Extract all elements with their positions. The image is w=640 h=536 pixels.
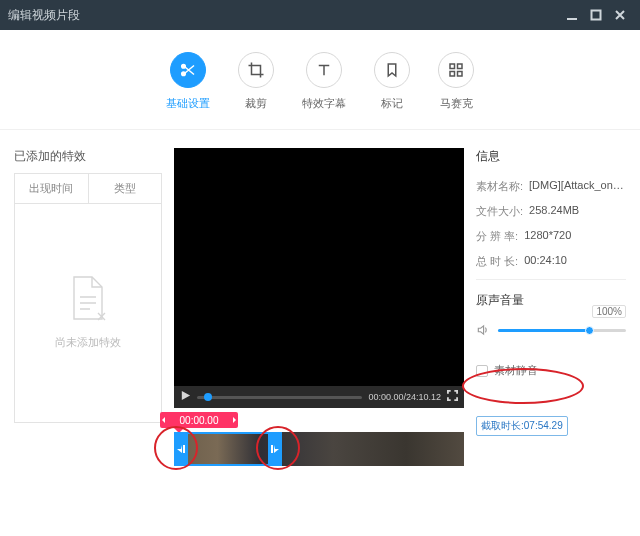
fullscreen-button[interactable] [447, 390, 458, 404]
svg-rect-4 [458, 64, 463, 69]
effects-box: 出现时间 类型 尚未添加特效 [14, 173, 162, 423]
seek-time-tag[interactable]: 00:00.00 [160, 412, 238, 428]
timeline[interactable] [174, 432, 464, 466]
mode-label: 特效字幕 [302, 96, 346, 111]
mute-checkbox[interactable] [476, 365, 488, 377]
mode-label: 马赛克 [440, 96, 473, 111]
trim-handle-start[interactable] [174, 432, 188, 466]
mode-label: 标记 [381, 96, 403, 111]
crop-icon [238, 52, 274, 88]
mode-crop[interactable]: 裁剪 [238, 52, 274, 111]
info-panel: 信息 素材名称:[DMG][Attack_on_Titan][31][7... … [476, 148, 626, 466]
window-title: 编辑视频片段 [8, 7, 560, 24]
play-button[interactable] [180, 390, 191, 404]
seek-time-value: 00:00.00 [168, 415, 230, 426]
mute-label: 素材静音 [494, 363, 538, 378]
info-row-size: 文件大小:258.24MB [476, 204, 626, 219]
main-area: 已添加的特效 出现时间 类型 尚未添加特效 00:00.00/24:10.12 … [0, 130, 640, 466]
mode-mosaic[interactable]: 马赛克 [438, 52, 474, 111]
svg-rect-6 [458, 72, 463, 77]
trim-handle-end[interactable] [268, 432, 282, 466]
text-icon [306, 52, 342, 88]
mode-toolbar: 基础设置 裁剪 特效字幕 标记 马赛克 [0, 30, 640, 130]
effects-title: 已添加的特效 [14, 148, 162, 165]
time-display: 00:00.00/24:10.12 [368, 392, 441, 402]
cut-length-display: 截取时长:07:54.29 [476, 416, 568, 436]
player-area: 00:00.00/24:10.12 00:00.00 [174, 148, 464, 466]
mute-row[interactable]: 素材静音 [476, 363, 626, 378]
mode-basic[interactable]: 基础设置 [166, 52, 210, 111]
player-controls: 00:00.00/24:10.12 [174, 386, 464, 408]
minimize-button[interactable] [560, 3, 584, 27]
scissors-icon [170, 52, 206, 88]
chevron-right-icon [230, 416, 238, 424]
timeline-selection [174, 432, 282, 466]
title-bar: 编辑视频片段 [0, 0, 640, 30]
mode-marker[interactable]: 标记 [374, 52, 410, 111]
maximize-button[interactable] [584, 3, 608, 27]
info-row-duration: 总 时 长:00:24:10 [476, 254, 626, 269]
volume-row: 100% [476, 323, 626, 337]
effects-empty: 尚未添加特效 [15, 204, 161, 420]
volume-slider[interactable] [498, 329, 626, 332]
volume-thumb[interactable] [585, 326, 594, 335]
seek-thumb[interactable] [204, 393, 212, 401]
info-title: 信息 [476, 148, 626, 165]
svg-rect-0 [592, 11, 601, 20]
tab-appear-time[interactable]: 出现时间 [15, 174, 89, 203]
info-row-resolution: 分 辨 率:1280*720 [476, 229, 626, 244]
chevron-left-icon [160, 416, 168, 424]
volume-percent: 100% [592, 305, 626, 318]
effects-tabs: 出现时间 类型 [15, 174, 161, 204]
effects-empty-text: 尚未添加特效 [55, 335, 121, 350]
video-preview[interactable]: 00:00.00/24:10.12 [174, 148, 464, 408]
svg-rect-3 [450, 64, 455, 69]
svg-rect-5 [450, 72, 455, 77]
close-button[interactable] [608, 3, 632, 27]
seek-track[interactable] [197, 396, 362, 399]
mosaic-icon [438, 52, 474, 88]
mode-label: 裁剪 [245, 96, 267, 111]
mode-label: 基础设置 [166, 96, 210, 111]
document-icon [67, 275, 109, 323]
effects-panel: 已添加的特效 出现时间 类型 尚未添加特效 [14, 148, 162, 466]
mode-caption[interactable]: 特效字幕 [302, 52, 346, 111]
bookmark-icon [374, 52, 410, 88]
tab-type[interactable]: 类型 [89, 174, 162, 203]
speaker-icon [476, 323, 490, 337]
info-row-name: 素材名称:[DMG][Attack_on_Titan][31][7... [476, 179, 626, 194]
